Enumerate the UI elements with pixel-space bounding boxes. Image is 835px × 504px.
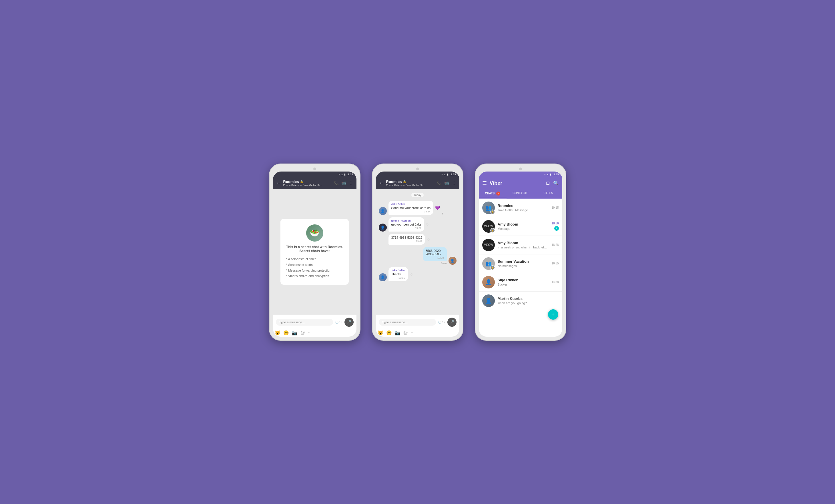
at-icon-1[interactable]: @: [301, 330, 305, 336]
menu-icon[interactable]: ☰: [482, 180, 487, 186]
chat-info-amy-2: Amy Bloom In a week or so, when im back …: [498, 241, 549, 249]
call-icon-1[interactable]: 📞: [333, 181, 339, 185]
message-bubble-2: Emma Peterson get your pen out Jake 19:0…: [388, 217, 425, 231]
avatar-wrapper-roomies: 👥 🔒: [482, 202, 495, 214]
battery-icon-1: ▮: [344, 173, 346, 176]
mic-button-2[interactable]: 🎤: [447, 318, 456, 327]
chat-name-roomies: Roomies: [498, 204, 549, 208]
scan-icon[interactable]: ⊡: [546, 180, 550, 186]
chat-item-amy-2[interactable]: MEOW Amy Bloom In a week or so, when im …: [479, 236, 562, 255]
chat-preview-amy-1: Message: [498, 227, 549, 230]
like-icon-3[interactable]: ♡: [427, 237, 430, 242]
message-bubble-4: 3566-0020-2036-0505 19:08: [423, 247, 447, 261]
back-button-1[interactable]: ←: [277, 180, 281, 185]
secret-avatar: 🥗: [306, 224, 323, 242]
message-row-3: 3714-4963-5398-4312 19:02 ♡: [379, 234, 456, 245]
more-icon-2[interactable]: ⋮: [452, 181, 456, 185]
chat-info-roomies: Roomies Jake Geller: Message: [498, 204, 549, 212]
fab-button[interactable]: +: [548, 309, 558, 320]
chat-preview-martin: when are you going?: [498, 301, 556, 305]
message-row-4: 👤 3566-0020-2036-0505 19:08 Seen: [379, 247, 456, 265]
input-section-2: 🕐 1h 🎤 😺 😊 📷 @ ···: [376, 315, 460, 337]
header-title-1: Roomies 🔒: [283, 180, 331, 184]
chat-meta-silje: 14:38: [551, 280, 558, 284]
chat-info-amy-1: Amy Bloom Message: [498, 222, 549, 230]
more-options-icon-1[interactable]: ···: [308, 330, 311, 336]
chat-name-summer: Summer Vacation: [498, 259, 549, 264]
chat-item-roomies[interactable]: 👥 🔒 Roomies Jake Geller: Message 19:15: [479, 199, 562, 217]
input-bar-2: 🕐 1h 🎤: [376, 315, 460, 329]
phone-inner-3: ▾ ▲ ▮ 19:15 ☰ Viber ⊡ 🔍 CHATS 1: [479, 172, 562, 337]
video-icon-2[interactable]: 📹: [444, 181, 449, 185]
emoji-icon-1[interactable]: 😊: [283, 330, 289, 336]
video-icon-1[interactable]: 📹: [341, 181, 346, 185]
status-icons-1: ▾ ▲ ▮ 19:15: [339, 173, 353, 176]
chat-item-silje[interactable]: 👤 Silje Rikken Sticker 14:38: [479, 273, 562, 291]
header-title-area-2: Roomies 🔒 Emma Peterson, Jake Geller, Si…: [386, 180, 434, 187]
msg-time-3: 19:02: [391, 240, 423, 243]
like-icon-2[interactable]: ♡: [426, 222, 430, 227]
msg-time-5: 19:15: [391, 277, 405, 279]
chat-item-summer[interactable]: 👥 🔒 Summer Vacation No messages 16:55: [479, 255, 562, 273]
chat-item-amy-1[interactable]: MEOW 🔒 Amy Bloom Message 18:56 1: [479, 217, 562, 236]
chat-preview-roomies: Jake Geller: Message: [498, 208, 549, 212]
message-row-5: 👤 Jake Geller Thanks 19:15 ♡: [379, 267, 456, 281]
call-icon-2[interactable]: 📞: [436, 181, 441, 185]
chat-name-amy-2: Amy Bloom: [498, 241, 549, 245]
viber-title: Viber: [490, 180, 543, 186]
more-options-icon-2[interactable]: ···: [411, 330, 414, 336]
msg-time-4: 19:08: [426, 257, 444, 259]
phone-1: ▾ ▲ ▮ 19:15 ← Roomies 🔒 Emma Peterson, J…: [269, 163, 361, 341]
lock-badge-amy-1: 🔒: [490, 228, 495, 233]
chat-meta-amy-1: 18:56 1: [551, 222, 558, 231]
mic-button-1[interactable]: 🎤: [344, 318, 353, 327]
battery-icon-2: ▮: [447, 173, 449, 176]
secret-card: 🥗 This is a secret chat with Roomies. Se…: [281, 219, 349, 285]
chat-meta-roomies: 19:15: [551, 206, 558, 209]
chat-time-amy-2: 18:28: [551, 243, 558, 246]
signal-icon-2: ▲: [444, 173, 446, 176]
back-button-2[interactable]: ←: [379, 180, 384, 185]
msg-time-2: 19:02: [391, 227, 422, 229]
message-input-1[interactable]: [276, 319, 333, 326]
unread-badge-amy-1: 1: [554, 226, 559, 231]
tab-calls[interactable]: CALLS: [534, 189, 562, 198]
camera-icon-2[interactable]: 📷: [395, 330, 401, 336]
clock-icon-1: 🕐: [335, 321, 339, 324]
chat-time-summer: 16:55: [551, 262, 558, 265]
status-bar-2: ▾ ▲ ▮ 19:15: [376, 172, 460, 177]
search-icon[interactable]: 🔍: [553, 180, 559, 186]
like-icon-1[interactable]: 💜: [435, 205, 440, 210]
emoji-icon-2[interactable]: 😊: [386, 330, 392, 336]
chat-list: 👥 🔒 Roomies Jake Geller: Message 19:15 M…: [479, 199, 562, 337]
chat-time-roomies: 19:15: [551, 206, 558, 209]
message-input-2[interactable]: [379, 319, 436, 326]
camera-1: [313, 167, 316, 170]
sticker-icon-2[interactable]: 😺: [378, 330, 383, 336]
like-icon-5[interactable]: ♡: [410, 272, 413, 277]
chat-item-martin[interactable]: 👤 Martin Kuerbs when are you going?: [479, 291, 562, 310]
tab-chats[interactable]: CHATS 1: [479, 189, 507, 198]
like-count-1: 1: [442, 212, 443, 215]
more-icon-1[interactable]: ⋮: [349, 181, 353, 185]
chat-name-silje: Silje Rikken: [498, 278, 549, 282]
signal-icon-3: ▲: [547, 173, 549, 176]
camera-icon-1[interactable]: 📷: [292, 330, 298, 336]
at-icon-2[interactable]: @: [403, 330, 408, 336]
date-divider: Today: [411, 193, 424, 197]
avatar-wrapper-summer: 👥 🔒: [482, 257, 495, 270]
viber-header-icons: ⊡ 🔍: [546, 180, 559, 186]
chat-meta-summer: 16:55: [551, 262, 558, 265]
chat-name-martin: Martin Kuerbs: [498, 297, 556, 301]
chat-info-silje: Silje Rikken Sticker: [498, 278, 549, 286]
avatar-amy-2: MEOW: [482, 239, 495, 251]
phone-2: ▾ ▲ ▮ 19:15 ← Roomies 🔒 Emma Peterson, J…: [372, 163, 463, 341]
header-subtitle-1: Emma Peterson, Jake Geller, Si...: [283, 184, 331, 187]
chats-badge: 1: [496, 191, 500, 196]
message-row-2: 👤 Emma Peterson get your pen out Jake 19…: [379, 217, 456, 231]
chat-info-martin: Martin Kuerbs when are you going?: [498, 297, 556, 305]
feature-3: * Message forwarding protection: [286, 268, 343, 274]
sticker-icon-1[interactable]: 😺: [275, 330, 281, 336]
feature-4: * Viber's end-to-end encryption: [286, 273, 343, 279]
tab-contacts[interactable]: CONTACTS: [507, 189, 534, 198]
